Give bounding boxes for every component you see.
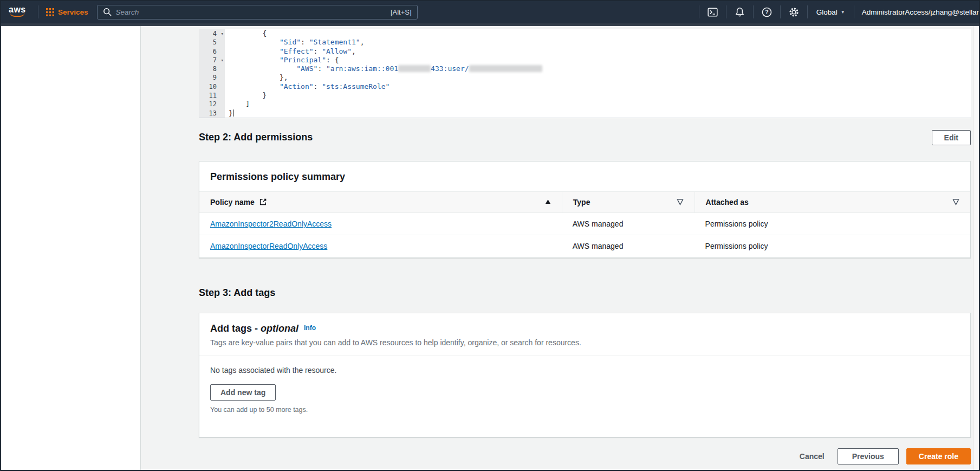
account-menu[interactable]: AdministratorAccess/jzhang@stellar (854, 8, 979, 16)
tag-limit-message: You can add up to 50 more tags. (210, 406, 959, 414)
sort-ascending-icon[interactable] (545, 199, 551, 205)
code-line: 13} (199, 109, 971, 118)
settings-button[interactable] (781, 1, 807, 23)
line-number: 6 (199, 47, 225, 56)
help-icon: ? (762, 7, 772, 17)
side-navigation-panel (1, 26, 141, 470)
aws-logo[interactable]: aws (9, 5, 30, 19)
nav-divider (38, 5, 38, 18)
column-header-attached-as[interactable]: Attached as (695, 192, 970, 212)
column-header-policy-name[interactable]: Policy name (199, 192, 562, 212)
line-number: 11 (199, 91, 225, 100)
code-punct-token: ] (229, 100, 250, 108)
help-button[interactable]: ? (754, 1, 780, 23)
code-text: "Sid": "Statement1", (225, 38, 364, 47)
code-text: { (225, 29, 267, 38)
create-role-button[interactable]: Create role (906, 448, 971, 464)
services-label: Services (58, 8, 88, 16)
no-tags-message: No tags associated with the resource. (210, 366, 959, 375)
services-grid-icon (46, 8, 54, 16)
code-punct-token (229, 64, 296, 73)
line-number: 10 (199, 82, 225, 91)
add-tags-title-text: Add tags - (210, 323, 261, 334)
type-header-label: Type (573, 198, 590, 207)
add-tags-title-optional: optional (261, 323, 298, 334)
cloudshell-terminal-icon (708, 7, 718, 17)
global-search-input[interactable]: Search [Alt+S] (97, 5, 418, 20)
aws-logo-smile (10, 12, 25, 17)
policy-type-cell: AWS managed (562, 213, 695, 235)
services-menu-button[interactable]: Services (46, 8, 88, 16)
filter-icon[interactable] (677, 198, 684, 205)
step3-heading: Step 3: Add tags (199, 287, 971, 299)
permissions-summary-card: Permissions policy summary Policy name (199, 161, 971, 258)
svg-text:?: ? (765, 9, 768, 15)
code-punct-token: , (352, 47, 356, 55)
previous-button[interactable]: Previous (838, 448, 899, 464)
code-punct-token: : (314, 47, 322, 55)
edit-permissions-button[interactable]: Edit (932, 130, 971, 145)
notifications-button[interactable] (726, 1, 753, 23)
policy-name-header-label: Policy name (210, 198, 255, 207)
filter-icon[interactable] (952, 198, 959, 205)
code-punct-token: : (301, 38, 309, 46)
code-punct-token: { (229, 29, 267, 37)
line-number: 9 (199, 73, 225, 82)
line-number-text: 13 (209, 109, 217, 117)
attached-as-header-label: Attached as (706, 198, 749, 207)
code-string-token: "AWS" (296, 64, 317, 73)
region-selector[interactable]: Global ▼ (808, 1, 854, 23)
code-text: "AWS": "arn:aws:iam::001433:user/ (225, 64, 542, 73)
main-content-area: 4▾ {5 "Sid": "Statement1",6 "Effect": "A… (141, 26, 979, 470)
cancel-button[interactable]: Cancel (794, 449, 830, 463)
add-tags-card: Add tags - optionalInfo Tags are key-val… (199, 313, 971, 437)
line-number-text: 7 (213, 56, 217, 64)
fold-caret-icon[interactable]: ▾ (221, 29, 224, 38)
code-text: ] (225, 100, 250, 108)
table-row: AmazonInspector2ReadOnlyAccessAWS manage… (199, 213, 970, 235)
code-line: 5 "Sid": "Statement1", (199, 38, 971, 47)
code-punct-token: : (314, 82, 322, 91)
page-scrollbar[interactable] (973, 26, 979, 470)
line-number-text: 5 (213, 38, 217, 46)
code-punct-token (229, 56, 280, 64)
line-number-text: 10 (209, 83, 217, 91)
code-string-token: "Allow" (322, 47, 352, 55)
settings-gear-icon (789, 7, 799, 17)
text-cursor (233, 109, 234, 117)
line-number: 8 (199, 64, 225, 73)
code-line: 12 ] (199, 100, 971, 108)
add-new-tag-button[interactable]: Add new tag (210, 384, 276, 401)
top-navigation-bar: aws Services (1, 1, 979, 23)
code-text: "Effect": "Allow", (225, 47, 356, 56)
line-number: 4▾ (199, 29, 225, 38)
redacted-blur (398, 65, 431, 72)
code-punct-token (229, 38, 280, 46)
info-link[interactable]: Info (304, 324, 316, 332)
nav-right-group: ? Global ▼ AdministratorAccess/jzhan (699, 1, 979, 23)
policy-name-link[interactable]: AmazonInspector2ReadOnlyAccess (210, 220, 332, 228)
code-string-token: 433:user/ (431, 64, 469, 73)
code-punct-token: : (317, 64, 326, 73)
line-number-text: 12 (209, 100, 217, 108)
code-punct-token: } (229, 109, 233, 117)
fold-caret-icon[interactable]: ▾ (221, 56, 224, 64)
cloudshell-button[interactable] (699, 1, 726, 23)
line-number: 7▾ (199, 56, 225, 64)
line-number: 13 (199, 109, 225, 118)
column-header-type[interactable]: Type (562, 192, 695, 212)
line-number-text: 8 (213, 65, 217, 73)
policy-name-link[interactable]: AmazonInspectorReadOnlyAccess (210, 242, 327, 250)
code-text: }, (225, 73, 288, 82)
wizard-footer-actions: Cancel Previous Create role (199, 448, 971, 464)
line-number-text: 6 (213, 48, 217, 55)
code-string-token: "arn:aws:iam::001 (326, 64, 398, 73)
code-line: 11 } (199, 91, 971, 100)
code-punct-token (229, 82, 280, 91)
code-punct-token: } (229, 91, 267, 99)
trust-policy-code-editor[interactable]: 4▾ {5 "Sid": "Statement1",6 "Effect": "A… (199, 29, 971, 118)
code-punct-token: , (360, 38, 365, 46)
table-header-row: Policy name (199, 191, 970, 213)
search-shortcut-hint: [Alt+S] (391, 8, 412, 16)
region-label: Global (816, 8, 838, 16)
